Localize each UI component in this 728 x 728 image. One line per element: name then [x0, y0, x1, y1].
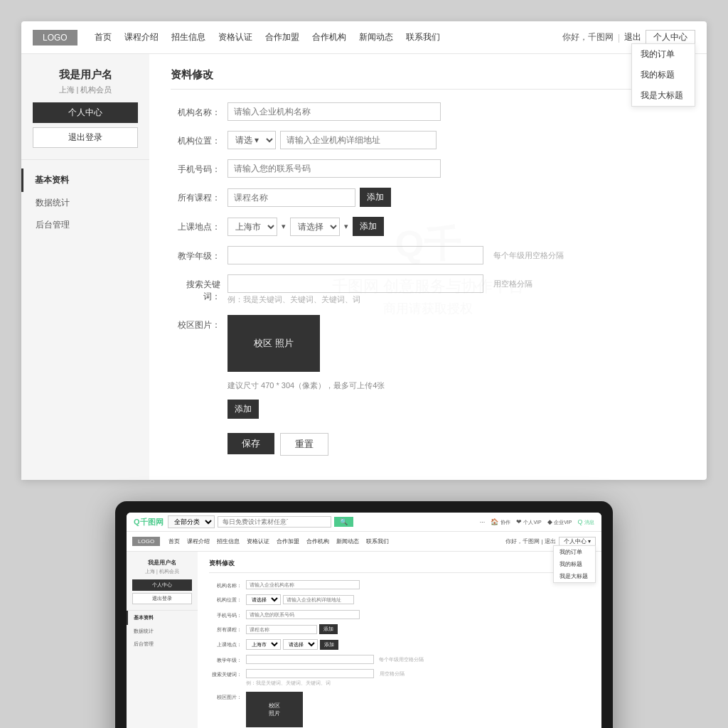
- keywords-example: 例：我是关键词、关键词、关键词、词: [228, 294, 685, 305]
- nav-link-partner[interactable]: 合作机构: [312, 31, 346, 43]
- laptop-nav-logo: LOGO: [132, 537, 160, 546]
- vip-icon[interactable]: ❤ 个人VIP: [516, 518, 542, 526]
- input-photo-wrap: 校区 照片 建议尺寸 470 * 304（像素），最多可上传4张 添加: [228, 315, 685, 419]
- input-org-name[interactable]: [228, 102, 441, 121]
- input-keywords-wrap: 用空格分隔 例：我是关键词、关键词、关键词、词: [228, 274, 685, 305]
- laptop-logout-btn[interactable]: 退出登录: [132, 593, 192, 604]
- laptop-sidebar-profile: 我是用户名 上海 | 机构会员 个人中心 退出登录: [127, 559, 198, 611]
- add-location-btn[interactable]: 添加: [353, 217, 384, 236]
- ln-link-join[interactable]: 合作加盟: [277, 537, 299, 545]
- input-phone[interactable]: [228, 159, 441, 178]
- edit-form: 机构名称： 机构位置： 请选 ▾: [171, 102, 685, 456]
- ln-link-contact[interactable]: 联系我们: [366, 537, 389, 545]
- ln-input-grade[interactable]: [246, 655, 374, 664]
- input-grade[interactable]: [228, 246, 483, 264]
- label-location: 上课地点：: [171, 217, 228, 233]
- select-city[interactable]: 上海市: [228, 218, 277, 236]
- input-course-name[interactable]: [228, 188, 355, 207]
- laptop-search-input[interactable]: [218, 516, 331, 528]
- label-phone: 手机号码：: [171, 159, 228, 176]
- home-icon[interactable]: 🏠 协作: [491, 518, 510, 526]
- dropdown-item-orders[interactable]: 我的订单: [632, 44, 695, 65]
- ln-select-city[interactable]: 上海市: [246, 639, 281, 650]
- add-course-btn[interactable]: 添加: [360, 188, 391, 207]
- save-btn[interactable]: 保存: [228, 433, 274, 454]
- reset-btn[interactable]: 重置: [280, 433, 328, 456]
- user-icon[interactable]: Q 消息: [577, 518, 594, 526]
- dropdown-item-big-title[interactable]: 我是大标题: [632, 85, 695, 106]
- laptop-logo: Q千图网: [134, 517, 164, 528]
- laptop-nav-admin[interactable]: 后台管理: [127, 638, 198, 651]
- field-keywords: 搜索关键词： 用空格分隔 例：我是关键词、关键词、关键词、词: [171, 274, 685, 305]
- photo-hint: 建议尺寸 470 * 304（像素），最多可上传4张: [228, 380, 385, 391]
- nav-user-center-btn[interactable]: 个人中心: [646, 30, 695, 44]
- ln-field-location: 上课地点： 上海市 请选择 添加: [209, 639, 590, 650]
- field-org-name: 机构名称：: [171, 102, 685, 121]
- laptop-subtitle: 上海 | 机构会员: [132, 568, 192, 575]
- nav-links: 首页 课程介绍 招生信息 资格认证 合作加盟 合作机构 新闻动态 联系我们: [95, 31, 562, 43]
- field-location: 上课地点： 上海市 ▾ 请选择 ▾ 添加: [171, 217, 685, 236]
- ln-dropdown-title[interactable]: 我的标题: [554, 558, 595, 570]
- ln-link-home[interactable]: 首页: [168, 537, 180, 545]
- laptop-search-btn[interactable]: 🔍: [334, 517, 353, 527]
- ln-field-courses: 所有课程： 添加: [209, 624, 590, 634]
- ln-input-course[interactable]: [246, 625, 317, 634]
- ln-link-partner[interactable]: 合作机构: [306, 537, 329, 545]
- select-org-province[interactable]: 请选 ▾: [228, 131, 276, 149]
- ln-user-center-wrap: 个人中心 ▾ 我的订单 我的标题 我是大标题: [559, 537, 596, 545]
- ln-link-news[interactable]: 新闻动态: [336, 537, 359, 545]
- label-org-location: 机构位置：: [171, 131, 228, 147]
- add-photo-btn[interactable]: 添加: [228, 400, 259, 419]
- input-org-location[interactable]: [280, 131, 437, 149]
- select-district[interactable]: 请选择: [290, 218, 340, 236]
- ln-field-grade: 教学年级： 每个年级用空格分隔: [209, 655, 590, 664]
- laptop-form-title: 资料修改: [209, 559, 590, 573]
- ln-add-location-btn[interactable]: 添加: [320, 640, 338, 650]
- nav-link-cert[interactable]: 资格认证: [218, 31, 252, 43]
- ln-link-courses[interactable]: 课程介绍: [187, 537, 210, 545]
- nav-link-courses[interactable]: 课程介绍: [124, 31, 159, 43]
- ln-input-org-name[interactable]: [246, 580, 360, 589]
- nav-logout[interactable]: 退出: [624, 31, 641, 43]
- laptop-category-select[interactable]: 全部分类: [168, 515, 215, 528]
- ln-input-phone[interactable]: [246, 610, 360, 619]
- laptop-topbar: Q千图网 全部分类 🔍 ··· 🏠 协作 ❤ 个人VIP ◆ 企业VIP Q 消: [127, 513, 601, 532]
- ln-input-keywords[interactable]: [246, 669, 374, 678]
- nav-right: 你好，千图网 | 退出 个人中心 我的订单 我的标题 我是大标题: [562, 31, 695, 43]
- laptop-center-btn[interactable]: 个人中心: [132, 579, 192, 591]
- sidebar-nav-admin[interactable]: 后台管理: [21, 214, 149, 236]
- website-card: LOGO 首页 课程介绍 招生信息 资格认证 合作加盟 合作机构 新闻动态 联系…: [21, 21, 707, 480]
- ln-link-enroll[interactable]: 招生信息: [217, 537, 240, 545]
- ln-field-org-name: 机构名称：: [209, 580, 590, 589]
- laptop-sidebar-nav: 基本资料 数据统计 后台管理: [127, 611, 198, 651]
- input-keywords[interactable]: [228, 274, 483, 293]
- dropdown-item-titles[interactable]: 我的标题: [632, 65, 695, 85]
- label-courses: 所有课程：: [171, 188, 228, 204]
- laptop-nav: LOGO 首页 课程介绍 招生信息 资格认证 合作加盟 合作机构 新闻动态 联系…: [127, 532, 601, 552]
- ln-dropdown-orders[interactable]: 我的订单: [554, 546, 595, 558]
- nav-link-home[interactable]: 首页: [95, 31, 112, 43]
- nav-logo: LOGO: [33, 30, 77, 46]
- laptop-search-box: 全部分类 🔍: [168, 515, 353, 528]
- nav-link-news[interactable]: 新闻动态: [359, 31, 393, 43]
- sidebar-logout-btn[interactable]: 退出登录: [33, 127, 138, 148]
- ln-link-cert[interactable]: 资格认证: [247, 537, 269, 545]
- laptop-sidebar: 我是用户名 上海 | 机构会员 个人中心 退出登录 基本资料 数据统计 后台管理: [127, 552, 198, 728]
- ln-input-org-loc[interactable]: [283, 595, 354, 604]
- field-courses: 所有课程： 添加: [171, 188, 685, 207]
- ln-dropdown-big-title[interactable]: 我是大标题: [554, 570, 595, 582]
- hint-grade: 每个年级用空格分隔: [493, 250, 564, 261]
- input-org-location-wrap: 请选 ▾: [228, 131, 685, 149]
- ln-select-district[interactable]: 请选择: [283, 639, 318, 650]
- form-actions: 保存 重置: [228, 433, 685, 456]
- nav-link-contact[interactable]: 联系我们: [406, 31, 440, 43]
- nav-link-enroll[interactable]: 招生信息: [171, 31, 205, 43]
- laptop-nav-stats[interactable]: 数据统计: [127, 625, 198, 638]
- sidebar-center-btn[interactable]: 个人中心: [33, 102, 138, 123]
- laptop-main: 我是用户名 上海 | 机构会员 个人中心 退出登录 基本资料 数据统计 后台管理: [127, 552, 601, 728]
- enterprise-vip-icon[interactable]: ◆ 企业VIP: [547, 518, 572, 526]
- ln-select-province[interactable]: 请选择: [246, 594, 281, 605]
- ln-add-course-btn[interactable]: 添加: [319, 624, 338, 634]
- sidebar-nav-stats[interactable]: 数据统计: [21, 192, 149, 214]
- nav-link-join[interactable]: 合作加盟: [265, 31, 299, 43]
